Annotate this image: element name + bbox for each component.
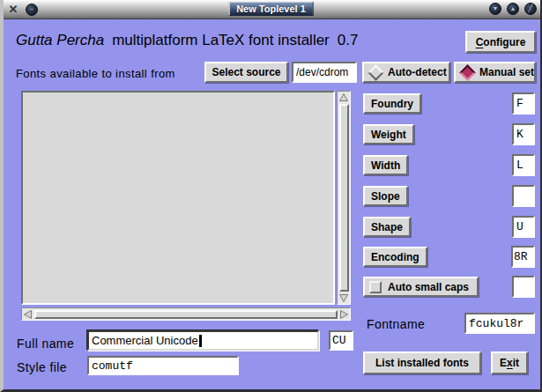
encoding-code-input[interactable]: 8R: [511, 246, 535, 268]
auto-detect-radio[interactable]: Auto-detect: [362, 62, 450, 83]
fontname-input[interactable]: fcukul8r: [464, 313, 535, 334]
style-file-label: Style file: [17, 360, 67, 374]
vscroll-thumb[interactable]: [339, 104, 349, 292]
auto-small-caps-checkbox[interactable]: Auto small caps: [363, 277, 479, 297]
slope-code-input[interactable]: [512, 185, 535, 207]
full-name-value: Commercial Unicode: [92, 334, 198, 347]
abbreviation-input[interactable]: CU: [329, 330, 353, 351]
font-listbox[interactable]: [21, 91, 335, 305]
hscroll-thumb[interactable]: [34, 310, 338, 319]
full-name-input[interactable]: Commercial Unicode: [87, 330, 319, 351]
full-name-label: Full name: [17, 337, 74, 351]
radio-diamond-selected-icon: [459, 64, 475, 80]
app-version: 0.7: [338, 32, 359, 48]
manual-set-radio[interactable]: Manual set: [454, 62, 536, 83]
titlebar[interactable]: ✕ − New Toplevel 1 ▾ ▴ ╱: [0, 0, 542, 19]
listbox-hscrollbar[interactable]: [21, 307, 351, 321]
configure-button[interactable]: Configure: [465, 31, 536, 53]
style-file-input[interactable]: comutf: [87, 356, 239, 375]
minimize-button[interactable]: −: [26, 4, 38, 16]
scroll-right-icon[interactable]: [340, 310, 348, 319]
auto-detect-label: Auto-detect: [388, 66, 447, 78]
scroll-left-icon[interactable]: [24, 310, 32, 319]
scroll-up-icon[interactable]: [339, 93, 348, 101]
app-name: Gutta Percha: [16, 32, 104, 48]
select-source-button[interactable]: Select source: [204, 62, 288, 83]
small-caps-code-input[interactable]: [512, 276, 535, 298]
app-subtitle: multiplatform LaTeX font installer: [112, 32, 330, 48]
shade-up-button[interactable]: ▴: [507, 3, 519, 15]
configure-label-accel: C: [476, 36, 484, 48]
foundry-code-input[interactable]: F: [512, 92, 535, 115]
manual-set-label: Manual set: [479, 66, 534, 78]
exit-label-pre: E: [500, 357, 507, 369]
shape-button[interactable]: Shape: [363, 217, 411, 237]
exit-label-post: it: [513, 357, 519, 369]
auto-small-caps-label: Auto small caps: [388, 281, 469, 293]
checkbox-indicator-icon: [369, 281, 382, 293]
page-title: Gutta Perchamultiplatform LaTeX font ins…: [16, 32, 358, 49]
radio-diamond-icon: [368, 64, 383, 80]
exit-label-accel: x: [507, 357, 513, 369]
slope-button[interactable]: Slope: [363, 186, 408, 206]
app-window: ✕ − New Toplevel 1 ▾ ▴ ╱ Gutta Perchamul…: [0, 0, 542, 392]
window-menu-icon[interactable]: ✕: [6, 3, 20, 17]
weight-code-input[interactable]: K: [512, 123, 535, 145]
titlebar-buttons: ▾ ▴ ╱: [484, 3, 537, 15]
foundry-button[interactable]: Foundry: [363, 93, 421, 114]
scroll-down-icon[interactable]: [339, 294, 348, 302]
text-cursor: [199, 335, 202, 347]
shade-down-button[interactable]: ▾: [489, 3, 501, 15]
fontname-label: Fontname: [367, 317, 425, 331]
width-button[interactable]: Width: [363, 155, 408, 175]
width-code-input[interactable]: L: [512, 154, 535, 176]
configure-label-post: onfigure: [483, 36, 525, 48]
resize-button[interactable]: ╱: [524, 3, 537, 15]
shape-code-input[interactable]: U: [512, 216, 535, 238]
encoding-button[interactable]: Encoding: [363, 247, 427, 267]
source-label: Fonts available to install from: [16, 67, 175, 80]
exit-button[interactable]: Exit: [491, 351, 528, 374]
listbox-vscrollbar[interactable]: [337, 91, 351, 305]
list-installed-fonts-button[interactable]: List installed fonts: [363, 351, 481, 374]
weight-button[interactable]: Weight: [363, 124, 414, 144]
window-title: New Toplevel 1: [228, 2, 314, 16]
source-path-input[interactable]: /dev/cdrom: [292, 62, 357, 83]
